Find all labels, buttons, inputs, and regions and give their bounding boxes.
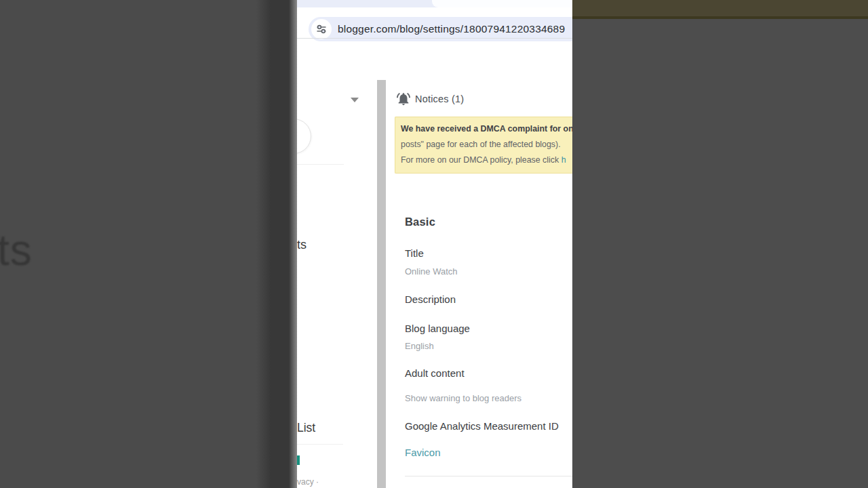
setting-row-google-analytics[interactable]: Google Analytics Measurement ID [405, 420, 559, 432]
dmca-policy-link[interactable]: h [561, 155, 566, 165]
setting-row-favicon[interactable]: Favicon [405, 447, 441, 458]
background-shade [256, 0, 297, 488]
browser-tab[interactable] [432, 0, 572, 7]
setting-value-blog-language: English [405, 341, 434, 351]
setting-row-show-warning[interactable]: Show warning to blog readers [405, 393, 521, 403]
chevron-down-icon[interactable] [351, 98, 359, 102]
section-divider [405, 476, 572, 476]
sidebar-item-reading-list[interactable]: List [297, 421, 315, 435]
notice-line-1: We have received a DMCA complaint for on [401, 124, 572, 134]
background-overlay-olive-strip [572, 0, 868, 19]
background-overlay-left: ts [0, 0, 297, 488]
tune-icon [316, 24, 327, 35]
setting-value-title: Online Watch [405, 266, 458, 277]
setting-row-adult-content[interactable]: Adult content [405, 367, 465, 379]
background-overlay-right [572, 0, 868, 488]
sidebar-view-blog-fragment[interactable] [297, 455, 300, 465]
setting-row-title[interactable]: Title [405, 247, 424, 259]
sidebar-item-fragment[interactable]: ts [297, 238, 307, 252]
browser-tab-strip [297, 0, 572, 7]
notice-line-2: posts" page for each of the affected blo… [401, 140, 561, 149]
sidebar-privacy-link[interactable]: vacy · [297, 477, 319, 487]
notice-line-3-text: For more on our DMCA policy, please clic… [401, 155, 561, 165]
notices-header[interactable]: Notices (1) [415, 94, 464, 104]
dmca-notice-banner[interactable]: We have received a DMCA complaint for on… [395, 117, 572, 174]
sidebar-divider [297, 444, 343, 445]
setting-row-description[interactable]: Description [405, 293, 456, 305]
toolbar-divider [297, 38, 572, 39]
scrollbar[interactable] [377, 80, 386, 488]
browser-toolbar: blogger.com/blog/settings/18007941220334… [297, 7, 572, 39]
background-text-fragment: ts [0, 225, 33, 275]
site-settings-chip[interactable] [311, 19, 332, 39]
section-title-basic: Basic [405, 216, 435, 228]
bell-icon [396, 92, 411, 106]
notice-line-3: For more on our DMCA policy, please clic… [401, 155, 566, 165]
url-text[interactable]: blogger.com/blog/settings/18007941220334… [338, 23, 565, 35]
setting-row-blog-language[interactable]: Blog language [405, 323, 470, 334]
screenshot-panel: blogger.com/blog/settings/18007941220334… [297, 0, 572, 488]
blog-avatar [297, 119, 311, 154]
sidebar-divider [297, 164, 344, 165]
